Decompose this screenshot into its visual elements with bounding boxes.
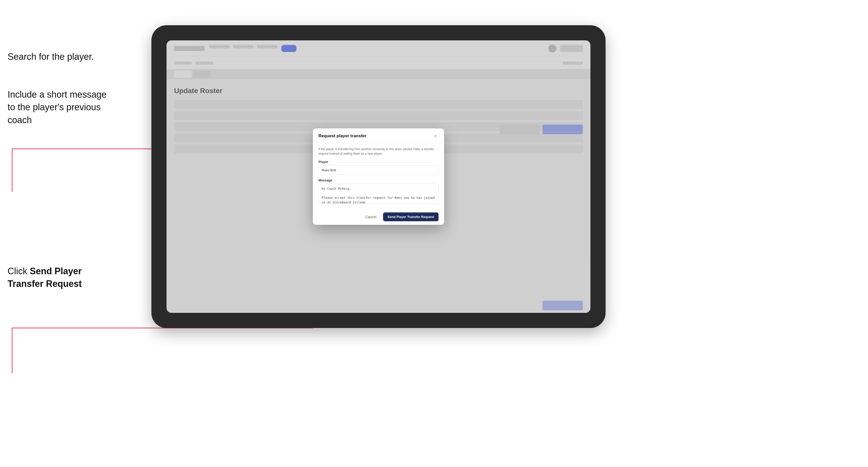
send-transfer-request-button[interactable]: Send Player Transfer Request bbox=[383, 212, 438, 221]
cancel-button[interactable]: Cancel bbox=[362, 213, 380, 221]
tablet-frame: Update Roster Request player transfer × bbox=[151, 25, 606, 328]
modal-close-button[interactable]: × bbox=[433, 133, 438, 139]
modal-dialog: Request player transfer × If the player … bbox=[313, 128, 444, 225]
modal-title: Request player transfer bbox=[318, 133, 366, 138]
modal-footer: Cancel Send Player Transfer Request bbox=[313, 209, 444, 225]
modal-header: Request player transfer × bbox=[313, 128, 444, 143]
modal-body: If the player is transferring from anoth… bbox=[313, 143, 444, 209]
message-textarea[interactable]: Hi Coach McHarg, Please accept this tran… bbox=[318, 184, 438, 204]
annotation-click-text: Click Send PlayerTransfer Request bbox=[7, 265, 82, 290]
modal-description: If the player is transferring from anoth… bbox=[318, 147, 438, 156]
tablet-screen: Update Roster Request player transfer × bbox=[166, 40, 590, 313]
annotation-search-text: Search for the player. bbox=[7, 51, 94, 63]
message-label: Message bbox=[318, 178, 438, 182]
player-input[interactable] bbox=[318, 165, 438, 175]
player-label: Player bbox=[318, 160, 438, 164]
annotation-message-text: Include a short messageto the player's p… bbox=[7, 88, 106, 126]
